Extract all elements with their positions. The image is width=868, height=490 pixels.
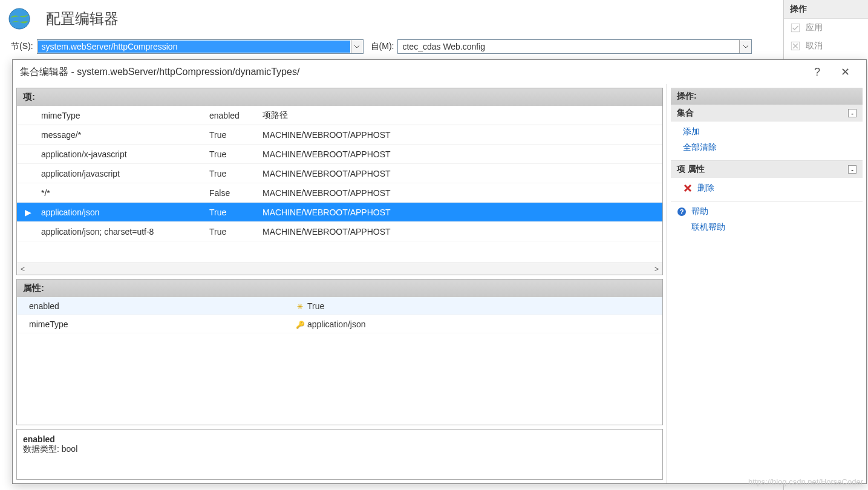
from-value: ctec_cdas Web.config	[399, 41, 739, 53]
col-path[interactable]: 项路径	[263, 110, 662, 121]
description-name: enabled	[23, 434, 656, 444]
cell-enabled: True	[209, 130, 263, 140]
cell-path: MACHINE/WEBROOT/APPHOST	[263, 207, 662, 217]
from-combo[interactable]: ctec_cdas Web.config	[397, 39, 752, 54]
cell-mime: application/x-javascript	[39, 149, 209, 159]
cell-mime: application/json	[39, 207, 209, 217]
title-bar: 配置编辑器	[0, 0, 868, 38]
table-row[interactable]: message/*TrueMACHINE/WEBROOT/APPHOST	[17, 125, 662, 145]
cell-path: MACHINE/WEBROOT/APPHOST	[263, 149, 662, 159]
dialog-close-button[interactable]: ✕	[831, 62, 859, 82]
scroll-right-button[interactable]: >	[654, 265, 659, 273]
svg-text:?: ?	[680, 208, 684, 215]
table-row[interactable]: application/javascriptTrueMACHINE/WEBROO…	[17, 164, 662, 183]
cancel-icon	[790, 41, 801, 51]
apply-icon	[790, 22, 801, 33]
actions-pane-header: 操作	[784, 0, 868, 19]
cell-mime: message/*	[39, 130, 209, 140]
cell-path: MACHINE/WEBROOT/APPHOST	[263, 188, 662, 198]
description-type: 数据类型: bool	[23, 444, 656, 455]
dialog-titlebar: 集合编辑器 - system.webServer/httpCompression…	[13, 60, 866, 84]
path-row: 节(S): system.webServer/httpCompression 自…	[0, 38, 868, 56]
cell-enabled: True	[209, 227, 263, 237]
apply-action[interactable]: 应用	[784, 19, 868, 37]
cell-enabled: True	[209, 149, 263, 159]
items-panel: 项: mimeType enabled 项路径 message/*TrueMAC…	[16, 88, 663, 275]
col-mime[interactable]: mimeType	[39, 111, 209, 120]
col-enabled[interactable]: enabled	[209, 111, 263, 120]
section-combo[interactable]: system.webServer/httpCompression	[37, 39, 364, 54]
collapse-button[interactable]: -	[848, 165, 857, 174]
section-itemprops-header: 项 属性 -	[671, 161, 863, 178]
table-row[interactable]: application/x-javascriptTrueMACHINE/WEBR…	[17, 145, 662, 164]
cell-path: MACHINE/WEBROOT/APPHOST	[263, 169, 662, 178]
from-label: 自(M):	[371, 41, 394, 52]
table-row[interactable]: ▶application/jsonTrueMACHINE/WEBROOT/APP…	[17, 203, 662, 222]
table-row[interactable]: application/json; charset=utf-8TrueMACHI…	[17, 222, 662, 241]
cell-mime: application/json; charset=utf-8	[39, 227, 209, 237]
properties-list: enabled✳TruemimeType🔑application/json	[17, 297, 662, 425]
svg-rect-0	[791, 24, 800, 32]
modified-marker-icon: ✳	[297, 302, 303, 311]
help-icon: ?	[677, 207, 687, 217]
collapse-button[interactable]: -	[848, 109, 857, 117]
help-link[interactable]: ? 帮助	[677, 204, 857, 220]
cell-path: MACHINE/WEBROOT/APPHOST	[263, 130, 662, 140]
cancel-action[interactable]: 取消	[784, 37, 868, 55]
grid-header-row: mimeType enabled 项路径	[17, 106, 662, 125]
grid-hscroll[interactable]: < >	[17, 263, 662, 275]
page-title: 配置编辑器	[46, 9, 119, 28]
section-dropdown-button[interactable]	[351, 40, 363, 53]
property-row[interactable]: enabled✳True	[17, 297, 662, 315]
section-collection-header: 集合 -	[671, 105, 863, 122]
cell-enabled: True	[209, 169, 263, 178]
section-value: system.webServer/httpCompression	[38, 41, 350, 53]
dialog-help-button[interactable]: ?	[803, 62, 831, 82]
properties-panel-header: 属性:	[17, 279, 662, 297]
property-key: mimeType	[17, 319, 293, 329]
cell-mime: */*	[39, 188, 209, 198]
properties-panel: 属性: enabled✳TruemimeType🔑application/jso…	[16, 279, 663, 425]
property-row[interactable]: mimeType🔑application/json	[17, 315, 662, 333]
add-link[interactable]: 添加	[683, 124, 857, 140]
items-grid: mimeType enabled 项路径 message/*TrueMACHIN…	[17, 106, 662, 275]
collection-editor-dialog: 集合编辑器 - system.webServer/httpCompression…	[12, 59, 867, 484]
globe-icon	[7, 7, 31, 31]
delete-icon	[683, 183, 693, 193]
table-row[interactable]: */*FalseMACHINE/WEBROOT/APPHOST	[17, 183, 662, 203]
cell-mime: application/javascript	[39, 169, 209, 178]
from-dropdown-button[interactable]	[739, 40, 751, 53]
row-indicator: ▶	[17, 207, 39, 217]
property-key: enabled	[17, 301, 293, 311]
dialog-title: 集合编辑器 - system.webServer/httpCompression…	[20, 66, 803, 79]
online-help-link[interactable]: 联机帮助	[677, 220, 857, 235]
property-value[interactable]: True	[307, 301, 662, 311]
cell-enabled: True	[209, 207, 263, 217]
description-box: enabled 数据类型: bool	[16, 429, 663, 480]
watermark: https://blog.csdn.net/HorseCoder	[748, 477, 863, 486]
clear-all-link[interactable]: 全部清除	[683, 140, 857, 155]
delete-link[interactable]: 删除	[683, 180, 857, 196]
cell-path: MACHINE/WEBROOT/APPHOST	[263, 227, 662, 237]
items-panel-header: 项:	[17, 88, 662, 106]
scroll-left-button[interactable]: <	[21, 265, 25, 273]
key-marker-icon: 🔑	[296, 321, 305, 329]
chevron-down-icon	[743, 45, 749, 48]
dialog-actions-header: 操作:	[671, 88, 863, 105]
chevron-down-icon	[354, 45, 360, 48]
cell-enabled: False	[209, 188, 263, 198]
section-label: 节(S):	[11, 41, 33, 52]
dialog-actions-pane: 操作: 集合 - 添加 全部清除 项 属性 -	[667, 84, 866, 483]
property-value[interactable]: application/json	[307, 319, 662, 329]
